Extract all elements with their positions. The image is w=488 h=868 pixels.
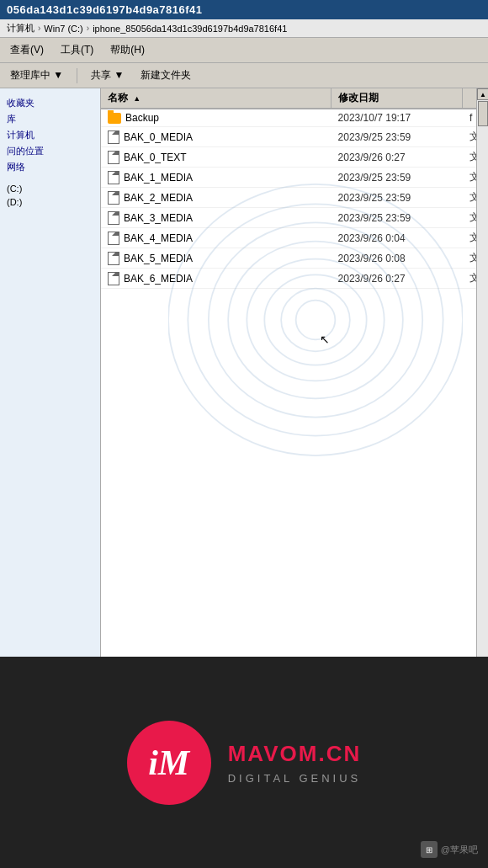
file-name-label: BAK_4_MEDIA [124,232,193,244]
table-row[interactable]: BAK_3_MEDIA 2023/9/25 23:59 文件 [101,208,476,228]
windows-explorer-window: 056da143d1c39d6197b4d9a7816f41 计算机 › Win… [0,0,488,657]
table-row[interactable]: BAK_5_MEDIA 2023/9/26 0:08 文件 [101,248,476,269]
share-btn[interactable]: 共享 ▼ [88,67,127,84]
address-folder: iphone_85056da143d1c39d6197b4d9a7816f41 [93,24,287,34]
brand-slogan: DIGITAL GENIUS [228,772,362,785]
table-row[interactable]: BAK_1_MEDIA 2023/9/25 23:59 文件 [101,168,476,188]
table-row[interactable]: BAK_6_MEDIA 2023/9/26 0:27 文件 [101,269,476,289]
tools-menu[interactable]: 工具(T) [57,41,97,59]
file-date-cell: 2023/9/25 23:59 [332,170,463,185]
new-folder-btn[interactable]: 新建文件夹 [137,67,194,84]
file-icon [108,272,119,285]
scroll-thumb[interactable] [478,101,488,126]
file-name-cell: BAK_0_TEXT [101,149,332,166]
file-type-cell: 文件 [463,148,476,166]
file-icon [108,211,119,225]
sidebar-drive-c[interactable]: (C:) [3,182,97,195]
file-name-label: BAK_3_MEDIA [124,212,193,224]
scroll-up-btn[interactable]: ▲ [477,88,488,100]
view-menu-label: 查看(V) [10,43,44,57]
help-menu[interactable]: 帮助(H) [107,41,148,59]
file-icon [108,232,119,245]
col-name-label: 名称 [108,92,128,104]
col-header-name[interactable]: 名称 ▲ [101,88,332,108]
column-headers: 名称 ▲ 修改日期 [101,88,476,109]
table-row[interactable]: Backup 2023/10/7 19:17 f [101,109,476,127]
file-date-cell: 2023/9/25 23:59 [332,210,463,226]
file-icon [108,191,119,205]
file-date-cell: 2023/10/7 19:17 [332,110,463,125]
file-icon [108,151,119,164]
file-date-cell: 2023/9/26 0:04 [332,231,463,246]
sidebar-drives: (C:) (D:) [3,182,97,209]
file-name-cell: BAK_3_MEDIA [101,210,332,226]
address-computer: 计算机 [7,22,34,35]
address-win7: Win7 (C:) [44,24,82,34]
mouse-cursor: ↖ [320,333,330,346]
file-date-cell: 2023/9/26 0:27 [332,271,463,286]
svg-point-1 [281,289,350,352]
file-name-cell: BAK_0_MEDIA [101,129,332,146]
file-type-cell: 文件 [463,209,476,226]
file-name-label: BAK_1_MEDIA [124,172,193,184]
file-date-cell: 2023/9/25 23:59 [332,190,463,205]
sidebar-item-question[interactable]: 问的位置 [3,143,97,159]
new-folder-label: 新建文件夹 [141,68,191,83]
table-row[interactable]: BAK_2_MEDIA 2023/9/25 23:59 文件 [101,188,476,208]
sidebar-item-computer[interactable]: 计算机 [3,127,97,143]
col-header-type [463,88,476,108]
watermark-text: @苹果吧 [441,844,478,856]
title-bar: 056da143d1c39d6197b4d9a7816f41 [0,0,488,19]
col-date-label: 修改日期 [338,92,379,104]
file-list: 名称 ▲ 修改日期 Backup 2023/10/7 19:17 f BAK_0… [101,88,476,657]
file-name-cell: Backup [101,110,332,125]
file-name-cell: BAK_6_MEDIA [101,270,332,287]
view-menu[interactable]: 查看(V) [7,41,47,59]
file-name-label: BAK_0_TEXT [124,152,187,163]
table-row[interactable]: BAK_0_MEDIA 2023/9/25 23:59 文件 [101,127,476,147]
brand-text-block: MAVOM.CN DIGITAL GENIUS [228,741,362,785]
tools-menu-label: 工具(T) [61,43,93,57]
file-icon [108,252,119,265]
help-menu-label: 帮助(H) [110,43,145,57]
file-icon [108,130,119,144]
file-name-cell: BAK_5_MEDIA [101,250,332,267]
file-date-cell: 2023/9/25 23:59 [332,130,463,145]
file-name-label: BAK_6_MEDIA [124,273,193,285]
menu-bar: 查看(V) 工具(T) 帮助(H) [0,38,488,63]
file-icon [108,171,119,184]
file-type-cell: 文件 [463,229,476,247]
table-row[interactable]: BAK_4_MEDIA 2023/9/26 0:04 文件 [101,228,476,248]
file-type-cell: 文件 [463,168,476,186]
brand-name: MAVOM.CN [228,741,362,767]
file-rows-container: Backup 2023/10/7 19:17 f BAK_0_MEDIA 202… [101,109,476,289]
col-header-date[interactable]: 修改日期 [332,88,463,108]
toolbar: 整理库中 ▼ 共享 ▼ 新建文件夹 [0,63,488,88]
file-type-cell: f [463,110,476,125]
organize-label: 整理库中 ▼ [10,68,63,83]
sidebar-item-library[interactable]: 库 [3,111,97,127]
sidebar-drive-d[interactable]: (D:) [3,195,97,209]
address-bar[interactable]: 计算机 › Win7 (C:) › iphone_85056da143d1c39… [0,19,488,38]
file-name-label: BAK_5_MEDIA [124,253,193,264]
separator-1 [77,68,77,83]
share-label: 共享 ▼ [91,68,124,83]
file-name-label: BAK_2_MEDIA [124,192,193,204]
scrollbar[interactable]: ▲ ▼ [476,88,488,657]
table-row[interactable]: BAK_0_TEXT 2023/9/26 0:27 文件 [101,147,476,168]
organize-btn[interactable]: 整理库中 ▼ [7,67,66,84]
sidebar-item-favorites[interactable]: 收藏夹 [3,95,97,111]
file-type-cell: 文件 [463,269,476,287]
file-type-cell: 文件 [463,189,476,206]
file-type-cell: 文件 [463,128,476,146]
sort-arrow: ▲ [133,94,141,103]
file-date-cell: 2023/9/26 0:27 [332,150,463,165]
watermark-icon: ⊞ [421,841,438,858]
sidebar-item-network[interactable]: 网络 [3,159,97,175]
file-name-label: Backup [125,112,159,124]
scroll-track[interactable] [477,100,488,657]
file-name-label: BAK_0_MEDIA [124,131,193,143]
file-name-cell: BAK_4_MEDIA [101,230,332,247]
file-type-cell: 文件 [463,249,476,267]
watermark: ⊞ @苹果吧 [421,841,478,858]
